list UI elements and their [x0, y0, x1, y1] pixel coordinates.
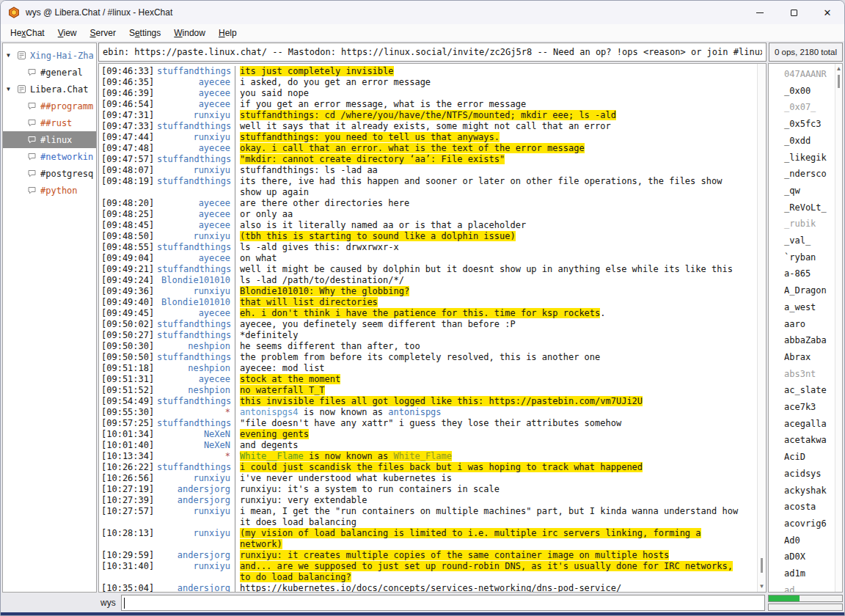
message-segment: are there other directories here: [240, 198, 409, 208]
user-item[interactable]: abs3nt: [784, 366, 835, 383]
nick: runxiyu: [157, 528, 235, 539]
timestamp: [09:49:36]: [101, 286, 157, 297]
message-segment: antonispgs4: [240, 407, 298, 417]
nick-button[interactable]: wys: [100, 598, 121, 608]
message-segment: on what: [240, 253, 277, 263]
window-title: wys @ Libera.Chat / #linux - HexChat: [26, 7, 172, 18]
tree-item-libera-chat[interactable]: ▼Libera.Chat: [3, 81, 96, 98]
user-item[interactable]: a-865: [784, 265, 835, 282]
user-item[interactable]: abbaZaba: [784, 332, 835, 349]
message-segment: evening gents: [240, 429, 309, 439]
user-item[interactable]: _val_: [784, 232, 835, 249]
nick: stuffandthings: [157, 319, 235, 330]
chat-scrollbar[interactable]: ▼: [757, 64, 766, 592]
chat-line: [09:57:25]stuffandthings"file doesn't ha…: [101, 418, 757, 429]
channel-icon: [27, 101, 40, 111]
user-item[interactable]: ad: [784, 582, 835, 592]
user-item[interactable]: AciD: [784, 449, 835, 466]
tree-item-xing-hai-zha[interactable]: ▼Xing-Hai-Zha: [3, 47, 96, 64]
chat-line: [10:35:04]andersjorghttps://kubernetes.i…: [101, 583, 757, 592]
tree-item--python[interactable]: #python: [3, 182, 96, 199]
menu-item-server[interactable]: Server: [84, 26, 122, 40]
tree-item--general[interactable]: #general: [3, 64, 96, 81]
scroll-thumb[interactable]: [761, 558, 763, 573]
close-button[interactable]: ✕: [811, 1, 844, 24]
user-item[interactable]: ac_slate: [784, 382, 835, 399]
user-item[interactable]: ad1m: [784, 565, 835, 582]
message-segment: runxiyu: it creates multiple copies of t…: [240, 550, 669, 560]
chat-line: [10:28:13]runxiyu(my vision of load bala…: [101, 528, 757, 550]
user-item[interactable]: _rubik: [784, 216, 835, 232]
user-item[interactable]: ace7k3: [784, 399, 835, 416]
user-item[interactable]: _0x00: [784, 83, 835, 100]
user-item[interactable]: acidsys: [784, 466, 835, 483]
user-item[interactable]: acosta: [784, 499, 835, 516]
nick: stuffandthings: [157, 154, 235, 165]
window-bottom-edge: [1, 612, 844, 615]
close-icon: ✕: [824, 7, 832, 18]
user-item[interactable]: ackyshak: [784, 483, 835, 499]
user-item[interactable]: _0xdd: [784, 133, 835, 150]
menu-item-window[interactable]: Window: [167, 26, 212, 40]
menu-item-settings[interactable]: Settings: [122, 26, 167, 40]
chat-line: [09:46:39]ayeceeyou said nope: [101, 88, 757, 99]
user-item[interactable]: acovrig6: [784, 516, 835, 532]
tree-item--networkin[interactable]: #networkin: [3, 148, 96, 165]
message: *definitely: [235, 330, 748, 341]
scroll-down-icon[interactable]: ▼: [758, 583, 766, 590]
message-segment: is now known as: [304, 451, 394, 461]
timestamp: [09:47:48]: [101, 143, 157, 154]
user-item[interactable]: a_west: [784, 299, 835, 316]
chat-line: [09:46:33]stuffandthingsits just complet…: [101, 66, 757, 77]
message-segment: ls -lad /path/to/destination/*/: [240, 275, 404, 285]
throttle-meter: [768, 604, 843, 611]
user-item[interactable]: _qw: [784, 183, 835, 199]
message-segment: stuffandthings: ls -lad aa: [240, 165, 378, 175]
user-item[interactable]: aaro: [784, 316, 835, 333]
nick: runxiyu: [157, 231, 235, 242]
timestamp: [10:26:22]: [101, 462, 157, 473]
message-segment: https://kubernetes.io/docs/concepts/serv…: [240, 583, 621, 592]
chat-line: [10:27:57]runxiyui mean, I get the "run …: [101, 506, 757, 528]
message-segment: if you get an error message, what is the…: [240, 99, 526, 109]
user-item[interactable]: acegalla: [784, 416, 835, 433]
user-item[interactable]: 047AAANR: [784, 66, 835, 83]
scroll-up-icon[interactable]: ▲: [835, 65, 842, 72]
nick: ayecee: [157, 143, 235, 154]
menu-item-hexchat[interactable]: HexChat: [4, 26, 51, 40]
user-item[interactable]: acetakwa: [784, 432, 835, 449]
chat-line: [09:51:31]ayeceestock at the moment: [101, 374, 757, 385]
nick: andersjorg: [157, 550, 235, 561]
nick: NeXeN: [157, 429, 235, 440]
userlist-scrollbar[interactable]: ▲: [835, 64, 842, 592]
maximize-button[interactable]: [777, 1, 811, 24]
tree-item--linux[interactable]: #linux: [3, 131, 96, 148]
user-item[interactable]: _0x07_: [784, 99, 835, 116]
user-item[interactable]: _ndersco: [784, 166, 835, 183]
topic-input[interactable]: [98, 43, 767, 62]
tree-item--postgresq[interactable]: #postgresq: [3, 165, 96, 182]
expander-icon[interactable]: ▼: [7, 52, 17, 59]
message: eh. i don't think i have the patience fo…: [235, 308, 748, 319]
message-input[interactable]: [121, 595, 765, 611]
menu-item-help[interactable]: Help: [212, 26, 244, 40]
user-item[interactable]: `ryban: [784, 249, 835, 266]
scroll-thumb[interactable]: [838, 75, 840, 88]
user-item[interactable]: _ReVoLt_: [784, 199, 835, 216]
user-item[interactable]: A_Dragon: [784, 282, 835, 299]
message: or only aa: [235, 209, 748, 220]
menu-item-view[interactable]: View: [51, 26, 84, 40]
user-item[interactable]: Abrax: [784, 349, 835, 366]
tree-item--rust[interactable]: ##rust: [3, 114, 96, 131]
expander-icon[interactable]: ▼: [7, 86, 17, 92]
user-item[interactable]: _likegik: [784, 150, 835, 166]
user-item[interactable]: Ad0: [784, 532, 835, 549]
tree-item--programm[interactable]: ##programm: [3, 98, 96, 114]
minimize-button[interactable]: [743, 1, 777, 24]
user-item[interactable]: _0x5fc3: [784, 116, 835, 133]
nick: stuffandthings: [157, 121, 235, 132]
timestamp: [09:47:31]: [101, 110, 157, 121]
nick: runxiyu: [157, 286, 235, 297]
chat-line: [09:50:50]stuffandthingsthe problem from…: [101, 352, 757, 363]
user-item[interactable]: aD0X: [784, 549, 835, 565]
